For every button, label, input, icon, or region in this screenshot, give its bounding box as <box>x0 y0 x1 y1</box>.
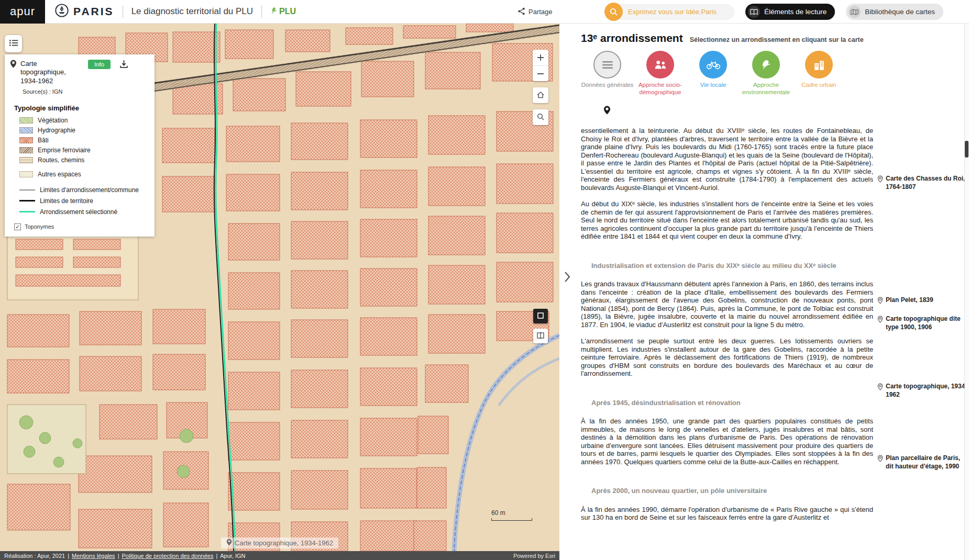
plu-logo: PLU <box>270 7 296 16</box>
data-credits: Apur, IGN <box>220 553 245 559</box>
map-tool-buttons <box>533 309 548 343</box>
map-link-carte-1900[interactable]: Carte topographique dite type 1900, 1906 <box>877 315 967 331</box>
apur-logo[interactable]: apur <box>0 0 45 24</box>
paris-wordmark: PARIS <box>73 5 114 18</box>
map-viewport[interactable]: Carte topographique, 1934-1962 Info Sour… <box>0 24 559 551</box>
app-title: Le diagnostic territorial du PLU <box>131 6 253 17</box>
page-subtitle: Sélectionnez un arrondissement en cliqua… <box>690 36 864 43</box>
legend-line-selection: Arrondissement sélectionné <box>19 208 149 216</box>
paragraph: À la fin des années 1950, une grande par… <box>581 417 873 466</box>
toponyms-label: Toponymes <box>25 223 54 230</box>
map-link-chasses-du-roi[interactable]: Carte des Chasses du Roi, 1764-1807 <box>877 175 967 191</box>
panel-header: 13ᵉ arrondissement Sélectionnez un arron… <box>581 32 864 44</box>
legend-item-bati: Bâti <box>19 137 149 144</box>
magnifier-icon <box>536 113 545 122</box>
legend-item-routes: Routes, chemins <box>19 156 149 164</box>
people-icon <box>646 51 674 79</box>
toponyms-checkbox[interactable]: ✓ <box>14 223 21 230</box>
scrollbar-thumb[interactable] <box>965 141 968 158</box>
layer-pin-icon <box>10 60 17 70</box>
topbar: apur PARIS Le diagnostic territorial du … <box>0 0 969 24</box>
routes-swatch <box>19 157 33 163</box>
scalebar-bar <box>491 518 532 521</box>
panel-toolbar: Éléments de lecture Bibliothèque de cart… <box>607 4 943 20</box>
extent-tool-button[interactable] <box>533 309 548 323</box>
home-extent-button[interactable] <box>533 87 548 103</box>
zoom-out-button[interactable] <box>533 65 548 81</box>
map-search-button[interactable] <box>533 109 548 125</box>
tab-donnees-generales[interactable]: Données générales <box>581 51 634 96</box>
download-button[interactable] <box>119 60 128 70</box>
collapse-panel-button[interactable] <box>561 268 573 287</box>
buildings-icon <box>805 51 833 79</box>
divider <box>261 5 262 18</box>
list-bars-icon <box>593 51 621 79</box>
map-library-button[interactable]: Bibliothèque de cartes <box>846 4 943 20</box>
territoire-line-swatch <box>19 200 35 201</box>
paragraph: À la fin des années 1990, démarre l'opér… <box>581 506 873 522</box>
arrondissement-history-text: essentiellement à la teinturerie. Au déb… <box>581 127 873 530</box>
bicycle-icon <box>699 51 727 79</box>
legend-toggle-button[interactable] <box>5 35 22 52</box>
privacy-link[interactable]: Politique de protection des données <box>122 553 213 559</box>
section-heading: Après 1945, désindustrialisation et réno… <box>581 399 873 407</box>
info-button[interactable]: Info <box>88 60 111 69</box>
swipe-tool-button[interactable] <box>533 329 548 343</box>
section-heading: Après 2000, un nouveau quartier, un pôle… <box>581 487 873 495</box>
search-input[interactable] <box>607 4 734 20</box>
scalebar-label: 60 m <box>491 509 505 517</box>
layer-source: Source(s) : IGN <box>23 88 149 95</box>
page-title: 13ᵉ arrondissement <box>581 32 683 44</box>
toponyms-row: ✓ Toponymes <box>14 223 149 230</box>
search-icon[interactable] <box>604 3 623 21</box>
reading-elements-button[interactable]: Éléments de lecture <box>745 4 835 20</box>
footer-credits: Réalisation : Apur, 2021|Mentions légale… <box>4 553 246 559</box>
paragraph: L'arrondissement se peuple surtout entre… <box>581 337 873 378</box>
layer-title: Carte topographique, 1934-1962 <box>20 60 83 85</box>
section-heading: Industrialisation et extension de Paris … <box>581 262 873 270</box>
legend-line-territoire: Limites de territoire <box>19 197 149 205</box>
tab-approche-socio-demographique[interactable]: Approche socio-démographique <box>634 51 687 96</box>
legal-link[interactable]: Mentions légales <box>72 553 115 559</box>
vegetation-swatch <box>19 117 33 124</box>
zoom-in-button[interactable] <box>533 50 548 65</box>
tab-cadre-urbain[interactable]: Cadre urbain <box>792 51 845 96</box>
powered-by-esri[interactable]: Powered by Esri <box>513 553 555 559</box>
divider <box>123 5 123 18</box>
map-icon <box>849 6 861 18</box>
category-tabs: Données générales Approche socio-démogra… <box>581 51 845 96</box>
map-attribution: Carte topographique, 1934-1962 <box>221 537 338 548</box>
paragraph: Les grands travaux d'Haussmann débutent … <box>581 280 873 329</box>
paris-logo[interactable]: PARIS <box>54 3 114 20</box>
legend-item-ferroviaire: Emprise ferroviaire <box>19 147 149 154</box>
map-footer: Réalisation : Apur, 2021|Mentions légale… <box>0 551 559 560</box>
map-link-plan-parcellaire-1990[interactable]: Plan parcellaire de Paris, dit hauteur d… <box>877 454 967 471</box>
legend-item-autres: Autres espaces <box>19 171 149 178</box>
legend-item-hydrographie: Hydrographie <box>19 127 149 134</box>
autres-swatch <box>19 171 33 177</box>
legend-line-commune: Limites d'arrondissement/commune <box>19 186 149 194</box>
legend-panel: Carte topographique, 1934-1962 Info Sour… <box>5 54 155 237</box>
paragraph: Au début du XIXᵉ siècle, les industries … <box>581 200 873 241</box>
map-link-plan-pelet[interactable]: Plan Pelet, 1839 <box>877 296 967 305</box>
selection-line-swatch <box>19 211 35 212</box>
paragraph: essentiellement à la teinturerie. Au déb… <box>581 127 873 192</box>
plu-leaf-icon <box>270 7 278 16</box>
bati-swatch <box>19 137 33 143</box>
share-button[interactable]: Partage <box>514 0 556 24</box>
paris-emblem-icon <box>54 3 69 20</box>
selected-category-pin-icon <box>603 106 611 117</box>
tab-approche-environnementale[interactable]: Approche environnementale <box>740 51 792 96</box>
content-panel: 13ᵉ arrondissement Sélectionnez un arron… <box>559 24 969 560</box>
scalebar: 60 m <box>491 509 532 521</box>
legend-item-vegetation: Végétation <box>19 117 149 124</box>
book-icon <box>748 6 760 18</box>
map-link-carte-1934-1962[interactable]: Carte topographique, 1934-1962 <box>877 383 967 399</box>
ferroviaire-swatch <box>19 147 33 153</box>
scrollbar-track[interactable] <box>964 24 969 560</box>
tab-vie-locale[interactable]: Vie locale <box>687 51 740 96</box>
map-controls <box>533 50 548 125</box>
attribution-pin-icon <box>226 539 232 547</box>
leaf-icon <box>752 51 780 79</box>
idee-paris-search <box>607 4 734 20</box>
